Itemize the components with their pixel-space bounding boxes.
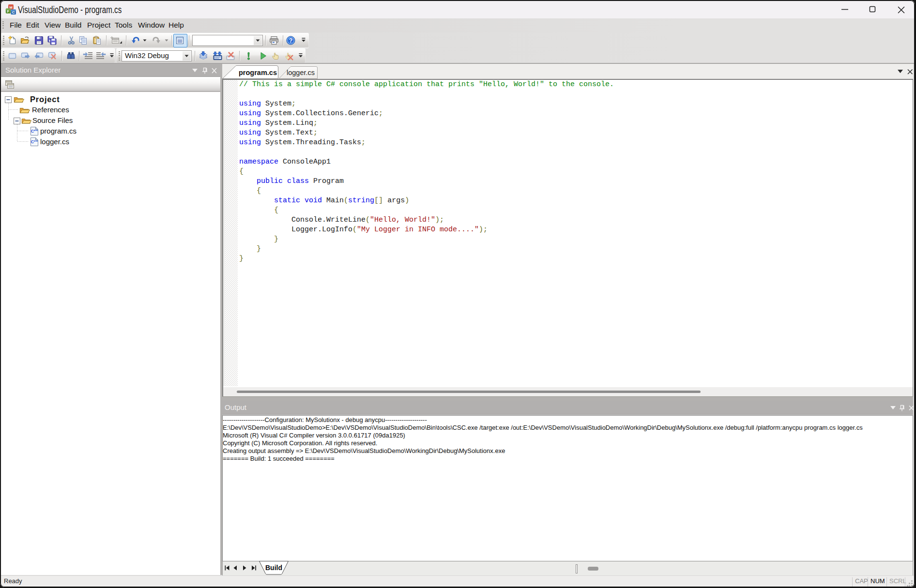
svg-text:++: ++ [34, 139, 38, 143]
svg-text:Build: Build [265, 564, 282, 572]
svg-text:++: ++ [34, 129, 38, 132]
svg-text:C: C [12, 10, 15, 15]
svg-text:?: ? [289, 37, 293, 44]
svg-text:logger.cs: logger.cs [287, 69, 315, 76]
svg-text:F: F [7, 9, 10, 14]
svg-text:program.cs: program.cs [239, 69, 277, 76]
